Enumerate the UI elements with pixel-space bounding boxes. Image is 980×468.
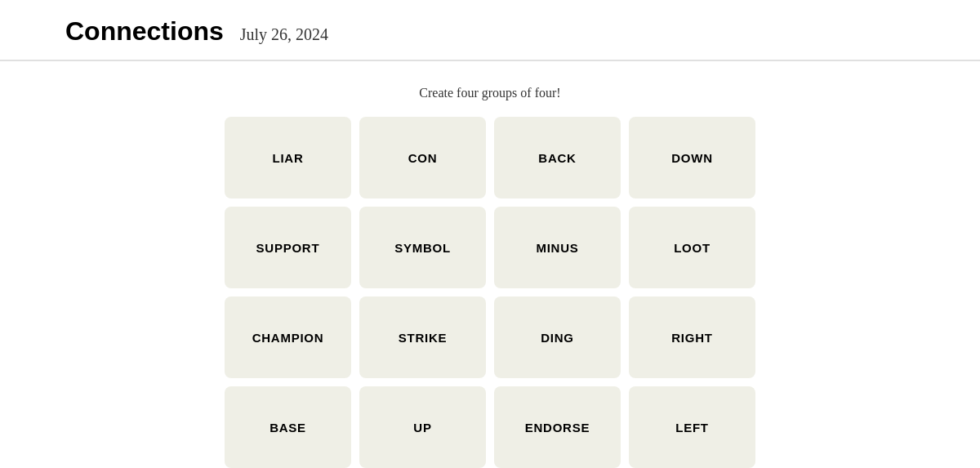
tile-grid: LIARCONBACKDOWNSUPPORTSYMBOLMINUSLOOTCHA… — [225, 117, 755, 468]
tile-label: DING — [541, 331, 574, 345]
header: Connections July 26, 2024 — [0, 0, 980, 60]
tile-label: LOOT — [674, 241, 710, 255]
tile-up[interactable]: UP — [359, 386, 486, 468]
tile-loot[interactable]: LOOT — [629, 207, 755, 288]
tile-label: SUPPORT — [256, 241, 320, 255]
tile-left[interactable]: LEFT — [629, 386, 755, 468]
tile-minus[interactable]: MINUS — [494, 207, 621, 288]
page-date: July 26, 2024 — [240, 25, 328, 44]
tile-endorse[interactable]: ENDORSE — [494, 386, 621, 468]
tile-label: MINUS — [536, 241, 578, 255]
tile-strike[interactable]: STRIKE — [359, 296, 486, 378]
main-content: Create four groups of four! LIARCONBACKD… — [0, 61, 980, 468]
tile-ding[interactable]: DING — [494, 296, 621, 378]
tile-label: LEFT — [675, 421, 709, 435]
tile-label: RIGHT — [671, 331, 712, 345]
tile-back[interactable]: BACK — [494, 117, 621, 198]
tile-label: BASE — [270, 421, 306, 435]
tile-label: BACK — [538, 151, 576, 165]
tile-label: STRIKE — [399, 331, 448, 345]
page-title: Connections — [65, 16, 224, 47]
tile-label: LIAR — [273, 151, 304, 165]
tile-base[interactable]: BASE — [225, 386, 351, 468]
tile-con[interactable]: CON — [359, 117, 486, 198]
tile-champion[interactable]: CHAMPION — [225, 296, 351, 378]
tile-right[interactable]: RIGHT — [629, 296, 755, 378]
tile-symbol[interactable]: SYMBOL — [359, 207, 486, 288]
game-subtitle: Create four groups of four! — [419, 86, 560, 100]
tile-down[interactable]: DOWN — [629, 117, 755, 198]
tile-support[interactable]: SUPPORT — [225, 207, 351, 288]
tile-label: CON — [408, 151, 438, 165]
tile-label: ENDORSE — [525, 421, 590, 435]
tile-liar[interactable]: LIAR — [225, 117, 351, 198]
tile-label: SYMBOL — [394, 241, 451, 255]
tile-label: DOWN — [671, 151, 713, 165]
tile-label: UP — [413, 421, 431, 435]
tile-label: CHAMPION — [252, 331, 324, 345]
